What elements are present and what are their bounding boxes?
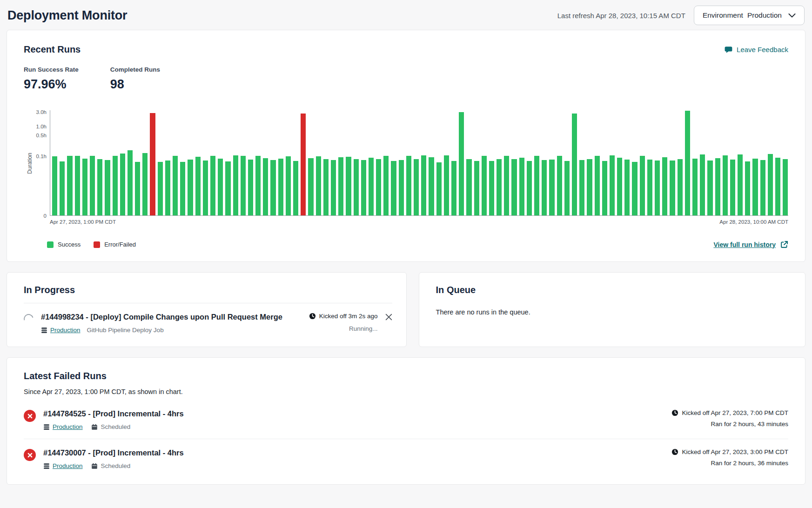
run-bar[interactable] [610, 155, 615, 215]
run-bar[interactable] [233, 155, 238, 215]
run-bar[interactable] [75, 156, 80, 215]
run-bar[interactable] [489, 161, 494, 215]
run-bar[interactable] [579, 160, 584, 215]
run-bar[interactable] [775, 158, 780, 215]
run-bar[interactable] [82, 159, 87, 215]
run-bar[interactable] [655, 160, 660, 215]
run-bar[interactable] [617, 158, 622, 215]
run-bar[interactable] [564, 161, 570, 215]
environment-selector[interactable]: Environment Production [694, 6, 805, 25]
run-bar-failed[interactable] [150, 113, 155, 215]
run-bar[interactable] [429, 157, 434, 215]
run-bar[interactable] [225, 161, 230, 215]
run-bar[interactable] [595, 156, 600, 215]
run-bar[interactable] [602, 161, 607, 215]
run-bar[interactable] [97, 159, 102, 215]
run-bar[interactable] [692, 159, 698, 215]
run-bar[interactable] [248, 160, 253, 215]
run-bar[interactable] [165, 160, 170, 215]
run-bar[interactable] [376, 159, 381, 215]
run-bar[interactable] [346, 157, 351, 215]
run-bar[interactable] [752, 159, 758, 215]
run-bar[interactable] [534, 156, 539, 215]
run-bar[interactable] [707, 160, 712, 215]
run-bar[interactable] [90, 156, 95, 215]
view-full-run-history-link[interactable]: View full run history [713, 241, 788, 248]
run-bar[interactable] [632, 162, 637, 215]
run-bar[interactable] [587, 159, 592, 215]
run-bar[interactable] [700, 154, 705, 215]
run-bar[interactable] [436, 162, 442, 215]
run-bar[interactable] [331, 160, 336, 215]
run-bar[interactable] [188, 160, 193, 215]
run-bar[interactable] [451, 161, 456, 215]
run-bar[interactable] [278, 159, 283, 215]
run-bar[interactable] [323, 159, 329, 215]
run-bar[interactable] [195, 157, 201, 215]
run-bar[interactable] [466, 159, 471, 215]
run-bar[interactable] [738, 154, 743, 215]
environment-link[interactable]: Production [41, 327, 81, 334]
run-bar[interactable] [135, 162, 140, 215]
run-bar[interactable] [399, 160, 404, 215]
close-button[interactable] [385, 314, 392, 321]
run-bar[interactable] [105, 160, 110, 215]
run-bar[interactable] [270, 160, 275, 215]
run-bar[interactable] [504, 156, 509, 215]
run-bar[interactable] [444, 155, 449, 215]
run-bar[interactable] [113, 156, 118, 215]
run-bar[interactable] [459, 112, 464, 215]
leave-feedback-button[interactable]: Leave Feedback [725, 46, 788, 53]
run-bar[interactable] [482, 156, 487, 215]
run-bar[interactable] [60, 161, 65, 215]
run-bar[interactable] [685, 111, 690, 215]
run-bar[interactable] [723, 155, 728, 215]
run-bar[interactable] [203, 160, 208, 215]
run-bar[interactable] [361, 160, 366, 215]
run-bar[interactable] [338, 157, 343, 215]
run-bar[interactable] [421, 155, 426, 215]
run-bar[interactable] [241, 156, 246, 215]
run-bar[interactable] [173, 156, 178, 215]
run-bar[interactable] [527, 161, 532, 215]
run-bar[interactable] [391, 161, 396, 215]
run-bar[interactable] [760, 160, 765, 215]
run-bar[interactable] [768, 154, 773, 215]
run-bar[interactable] [67, 156, 72, 215]
run-bar[interactable] [670, 160, 675, 215]
run-bar-failed[interactable] [301, 114, 306, 215]
run-bar[interactable] [354, 159, 359, 215]
run-bar[interactable] [519, 158, 524, 215]
run-bar[interactable] [286, 156, 291, 215]
environment-link[interactable]: Production [43, 423, 83, 430]
run-bar[interactable] [293, 161, 298, 215]
run-bar[interactable] [783, 159, 788, 215]
run-bar[interactable] [557, 156, 562, 215]
run-bar[interactable] [549, 160, 554, 215]
run-bar[interactable] [542, 160, 547, 215]
run-bar[interactable] [142, 153, 148, 215]
run-bar[interactable] [624, 160, 630, 215]
run-bar[interactable] [316, 156, 321, 215]
run-bar[interactable] [640, 156, 645, 215]
run-bar[interactable] [511, 159, 517, 215]
run-bar[interactable] [120, 154, 125, 215]
run-bar[interactable] [255, 156, 261, 215]
run-bar[interactable] [383, 156, 389, 215]
run-bar[interactable] [128, 150, 133, 215]
run-bar[interactable] [497, 159, 502, 215]
run-bar[interactable] [52, 156, 57, 215]
run-bar[interactable] [406, 156, 411, 215]
run-bar[interactable] [210, 156, 215, 215]
run-bar[interactable] [180, 162, 185, 215]
run-bar[interactable] [678, 159, 683, 215]
run-bar[interactable] [308, 158, 313, 215]
run-bar[interactable] [414, 159, 419, 215]
run-bar[interactable] [158, 162, 163, 215]
run-bar[interactable] [730, 160, 735, 215]
run-bar[interactable] [745, 161, 750, 215]
run-bar[interactable] [369, 158, 374, 215]
run-bar[interactable] [647, 160, 652, 215]
run-bar[interactable] [715, 158, 720, 215]
run-bar[interactable] [218, 159, 223, 215]
